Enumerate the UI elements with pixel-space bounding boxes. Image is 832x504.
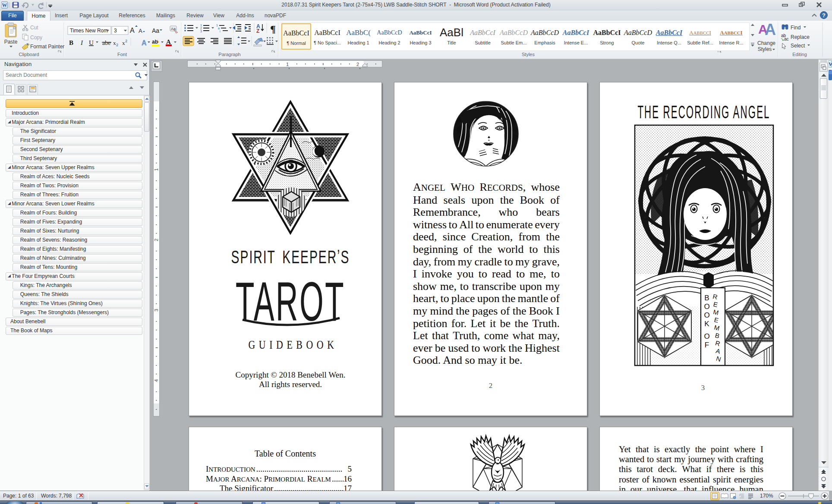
svg-text:K: K xyxy=(704,320,709,328)
svg-text:¶: ¶ xyxy=(270,23,276,35)
svg-text:O: O xyxy=(704,311,709,319)
svg-text:A: A xyxy=(765,21,776,38)
svg-text:Change: Change xyxy=(757,40,775,46)
svg-text:A: A xyxy=(166,38,171,45)
svg-text:F: F xyxy=(705,341,709,349)
svg-text:A: A xyxy=(139,28,142,34)
svg-text:3: 3 xyxy=(701,384,705,392)
svg-text:1: 1 xyxy=(216,24,218,27)
svg-text:x: x xyxy=(122,40,125,46)
svg-text:ab: ab xyxy=(152,39,158,45)
svg-text:TAROT: TAROT xyxy=(236,271,345,332)
svg-text:1: 1 xyxy=(154,168,159,171)
svg-text:3: 3 xyxy=(154,309,159,312)
svg-text:Z: Z xyxy=(256,28,259,34)
svg-text:All rights reserved.: All rights reserved. xyxy=(259,380,322,389)
svg-text:Styles: Styles xyxy=(758,46,772,52)
svg-text:Replace: Replace xyxy=(791,34,810,40)
svg-text:A: A xyxy=(130,27,135,34)
svg-text:Cut: Cut xyxy=(30,25,38,31)
svg-text:1: 1 xyxy=(286,62,289,67)
svg-text:Copyright © 2018 Benebell Wen.: Copyright © 2018 Benebell Wen. xyxy=(236,370,346,379)
svg-text:A: A xyxy=(142,39,147,47)
svg-text:B: B xyxy=(704,294,709,302)
svg-text:W: W xyxy=(829,61,832,67)
svg-text:?: ? xyxy=(822,12,826,19)
svg-text:Paste: Paste xyxy=(4,39,18,45)
svg-text:Format Painter: Format Painter xyxy=(30,44,64,50)
svg-text:THE RECORDING ANGEL: THE RECORDING ANGEL xyxy=(637,102,770,122)
svg-text:SPIRIT KEEPERʼS: SPIRIT KEEPERʼS xyxy=(231,246,350,267)
svg-text:2: 2 xyxy=(116,43,118,47)
svg-text:i: i xyxy=(220,30,221,33)
svg-text:Select: Select xyxy=(791,43,805,49)
svg-text:Copy: Copy xyxy=(30,35,42,41)
svg-text:4: 4 xyxy=(154,379,159,382)
svg-text:3: 3 xyxy=(114,28,117,34)
svg-text:a: a xyxy=(218,27,220,30)
svg-text:B: B xyxy=(69,39,73,46)
svg-text:2: 2 xyxy=(356,62,359,67)
svg-text:2: 2 xyxy=(125,39,127,43)
svg-text:1: 1 xyxy=(200,24,202,27)
svg-text:2: 2 xyxy=(154,239,159,241)
svg-text:I: I xyxy=(80,39,83,46)
svg-text:Aa: Aa xyxy=(152,27,159,34)
svg-text:3: 3 xyxy=(200,30,202,33)
svg-text:Editing: Editing xyxy=(792,52,807,57)
svg-text:x: x xyxy=(113,40,116,46)
svg-text:Font: Font xyxy=(117,52,127,57)
svg-text:abe: abe xyxy=(102,40,110,46)
svg-text:U: U xyxy=(89,39,94,46)
svg-text:O: O xyxy=(704,302,709,311)
svg-text:Times New Rom: Times New Rom xyxy=(70,28,108,34)
svg-text:Find: Find xyxy=(791,25,800,31)
svg-text:O: O xyxy=(704,332,709,340)
svg-text:GUIDEBOOK: GUIDEBOOK xyxy=(249,338,338,351)
svg-text:ac: ac xyxy=(784,37,789,41)
svg-text:W: W xyxy=(2,2,7,8)
svg-text:2: 2 xyxy=(200,27,202,30)
svg-text:Clipboard: Clipboard xyxy=(19,52,39,57)
svg-text:Paragraph: Paragraph xyxy=(218,52,240,57)
